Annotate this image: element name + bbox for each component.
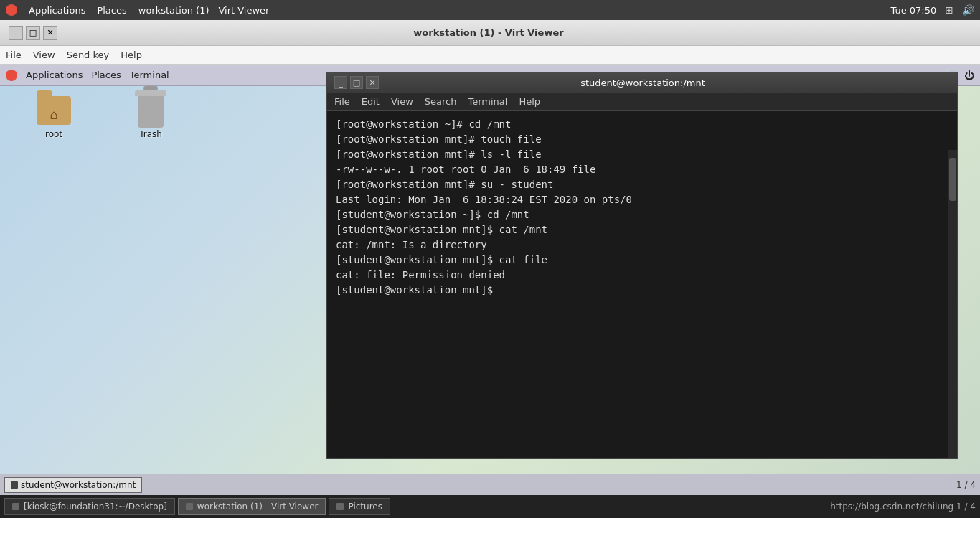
virt-viewer-win-controls: _ □ ✕ bbox=[9, 26, 57, 40]
taskbar-item-icon bbox=[11, 481, 18, 489]
terminal-minimize-button[interactable]: _ bbox=[334, 76, 347, 89]
terminal-titlebar: _ □ ✕ student@workstation:/mnt bbox=[327, 72, 957, 93]
host-audio-icon[interactable]: 🔊 bbox=[962, 4, 974, 16]
guest-applications-menu[interactable]: Applications bbox=[26, 70, 83, 80]
host-topbar: Applications Places workstation (1) - Vi… bbox=[0, 0, 980, 20]
trash-icon[interactable]: Trash bbox=[122, 93, 179, 139]
kiosk-task-icon bbox=[12, 503, 19, 510]
terminal-maximize-button[interactable]: □ bbox=[350, 76, 363, 89]
term-edit-menu[interactable]: Edit bbox=[362, 96, 380, 107]
guest-taskbar-terminal-item[interactable]: student@workstation:/mnt bbox=[4, 477, 142, 493]
terminal-scrollbar[interactable] bbox=[948, 150, 957, 458]
terminal-close-button[interactable]: ✕ bbox=[366, 76, 379, 89]
pictures-task-icon bbox=[336, 503, 344, 510]
vv-view-menu[interactable]: View bbox=[33, 50, 55, 60]
host-time: Tue 07:50 bbox=[890, 5, 936, 16]
term-file-menu[interactable]: File bbox=[334, 96, 350, 107]
guest-taskbar-terminal-label: student@workstation:/mnt bbox=[21, 480, 136, 490]
term-terminal-menu[interactable]: Terminal bbox=[468, 96, 507, 107]
guest-taskbar-left: student@workstation:/mnt bbox=[4, 477, 142, 493]
virt-viewer-title: workstation (1) - Virt Viewer bbox=[57, 27, 920, 38]
terminal-menubar: File Edit View Search Terminal Help bbox=[327, 93, 957, 111]
vv-sendkey-menu[interactable]: Send key bbox=[67, 50, 110, 60]
guest-power-icon[interactable]: ⏻ bbox=[964, 70, 974, 81]
root-icon-label: root bbox=[45, 129, 62, 139]
virt-viewer-titlebar: _ □ ✕ workstation (1) - Virt Viewer bbox=[0, 20, 980, 46]
trash-icon-label: Trash bbox=[139, 129, 162, 139]
host-task-pictures[interactable]: Pictures bbox=[329, 498, 390, 515]
pictures-task-label: Pictures bbox=[348, 501, 382, 512]
host-taskbar-right-info: https://blog.csdn.net/chilung 1 / 4 bbox=[830, 501, 976, 512]
root-folder-icon[interactable]: ⌂ root bbox=[25, 93, 83, 139]
guest-places-menu[interactable]: Places bbox=[91, 70, 121, 80]
terminal-content: [root@workstation ~]# cd /mnt [root@work… bbox=[336, 117, 948, 298]
maximize-button[interactable]: □ bbox=[26, 26, 40, 40]
folder-icon-image: ⌂ bbox=[37, 93, 71, 128]
vv-file-menu[interactable]: File bbox=[6, 50, 22, 60]
virt-viewer-window: _ □ ✕ workstation (1) - Virt Viewer File… bbox=[0, 20, 980, 495]
guest-topbar-left: Applications Places Terminal bbox=[6, 70, 169, 81]
terminal-window: _ □ ✕ student@workstation:/mnt File Edit… bbox=[326, 72, 958, 459]
host-topbar-left: Applications Places workstation (1) - Vi… bbox=[6, 4, 269, 16]
terminal-body[interactable]: [root@workstation ~]# cd /mnt [root@work… bbox=[327, 111, 957, 458]
host-places-menu[interactable]: Places bbox=[97, 5, 126, 16]
minimize-button[interactable]: _ bbox=[9, 26, 23, 40]
virtviewer-task-icon bbox=[186, 503, 193, 510]
close-button[interactable]: ✕ bbox=[43, 26, 57, 40]
host-taskbar: [kiosk@foundation31:~/Desktop] workstati… bbox=[0, 495, 980, 518]
host-task-kiosk[interactable]: [kiosk@foundation31:~/Desktop] bbox=[4, 498, 175, 515]
virtviewer-task-label: workstation (1) - Virt Viewer bbox=[197, 501, 319, 512]
terminal-title: student@workstation:/mnt bbox=[379, 77, 907, 88]
vv-help-menu[interactable]: Help bbox=[121, 50, 142, 60]
term-help-menu[interactable]: Help bbox=[519, 96, 540, 107]
host-network-icon[interactable]: ⊞ bbox=[945, 4, 953, 16]
guest-taskbar-pagination: 1 / 4 bbox=[956, 480, 976, 490]
guest-app-icon bbox=[6, 70, 17, 81]
host-window-title: workstation (1) - Virt Viewer bbox=[138, 5, 270, 16]
virt-viewer-menubar: File View Send key Help bbox=[0, 46, 980, 65]
kiosk-task-label: [kiosk@foundation31:~/Desktop] bbox=[24, 501, 167, 512]
terminal-scroll-thumb[interactable] bbox=[949, 158, 956, 201]
host-applications-menu[interactable]: Applications bbox=[29, 5, 85, 16]
host-task-virtviewer[interactable]: workstation (1) - Virt Viewer bbox=[178, 498, 326, 515]
guest-desktop: Applications Places Terminal Mon 18:50 ⊞… bbox=[0, 65, 980, 495]
terminal-win-controls: _ □ ✕ bbox=[334, 76, 379, 89]
term-search-menu[interactable]: Search bbox=[425, 96, 457, 107]
host-app-icon bbox=[6, 4, 17, 16]
term-view-menu[interactable]: View bbox=[391, 96, 413, 107]
guest-terminal-menu[interactable]: Terminal bbox=[130, 70, 169, 80]
trash-icon-image bbox=[133, 93, 168, 128]
host-topbar-right: Tue 07:50 ⊞ 🔊 bbox=[890, 4, 974, 16]
guest-taskbar: student@workstation:/mnt 1 / 4 bbox=[0, 474, 980, 495]
